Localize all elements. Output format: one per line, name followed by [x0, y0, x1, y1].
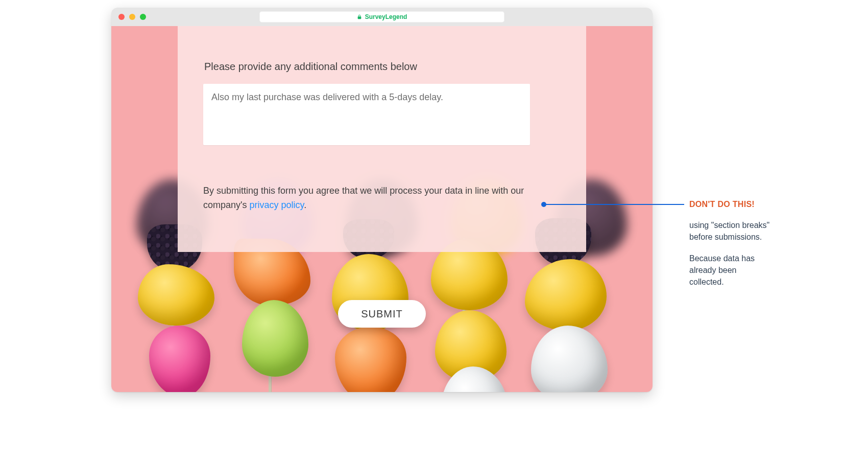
annotation-line-1: using "section breaks" before submission…	[689, 219, 771, 243]
consent-text: By submitting this form you agree that w…	[203, 184, 530, 213]
fullscreen-icon[interactable]	[140, 14, 146, 20]
annotation-headline: DON'T DO THIS!	[689, 198, 771, 210]
site-name: SurveyLegend	[365, 13, 407, 20]
survey-panel: Please provide any additional comments b…	[178, 26, 586, 252]
minimize-icon[interactable]	[129, 14, 135, 20]
privacy-policy-link[interactable]: privacy policy	[249, 200, 304, 210]
page-viewport: Please provide any additional comments b…	[111, 26, 653, 392]
annotation-pointer	[544, 204, 684, 205]
comments-textarea[interactable]	[203, 84, 530, 145]
annotation-line-2: Because data has already been collected.	[689, 252, 771, 288]
annotation-note: DON'T DO THIS! using "section breaks" be…	[689, 198, 771, 297]
browser-titlebar: SurveyLegend	[111, 8, 653, 26]
submit-button[interactable]: SUBMIT	[338, 300, 426, 328]
address-bar[interactable]: SurveyLegend	[259, 11, 504, 22]
close-icon[interactable]	[118, 14, 125, 20]
lock-icon	[357, 14, 362, 19]
browser-window: SurveyLegend	[111, 8, 653, 392]
traffic-lights	[118, 14, 146, 20]
question-label: Please provide any additional comments b…	[204, 61, 561, 73]
consent-suffix: .	[304, 200, 306, 210]
submit-label: SUBMIT	[361, 308, 403, 320]
